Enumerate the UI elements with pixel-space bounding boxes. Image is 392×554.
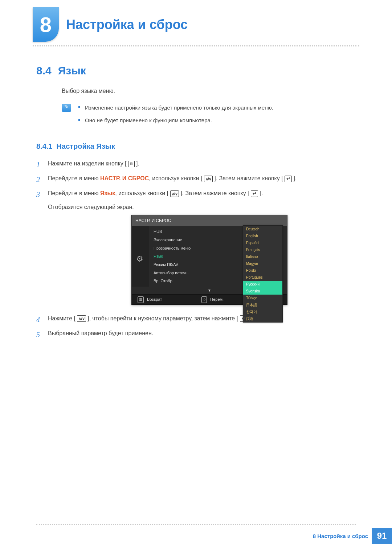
osd-language-option: Português (243, 274, 282, 281)
section-title: Язык (58, 65, 86, 77)
note-item: Оно не будет применено к функциям компью… (78, 116, 273, 124)
step-2: Перейдите в меню НАСТР. И СБРОС, использ… (36, 173, 356, 183)
gear-icon: ⚙ (136, 252, 145, 261)
footer-chapter-text: 8 Настройка и сброс (313, 533, 368, 539)
osd-language-option: Polski (243, 267, 282, 274)
section-intro: Выбор языка меню. (62, 88, 356, 94)
updown-icon: ∧/∨ (170, 190, 179, 197)
enter-icon (240, 315, 247, 322)
osd-language-dropdown: DeutschEnglishEspañolFrançaisItalianoMag… (243, 225, 283, 323)
osd-screenshot: НАСТР. И СБРОС ⚙ HUB:Экосохранение:Прозр… (131, 215, 287, 305)
step-1: Нажмите на изделии кнопку [ ▥ ]. (36, 159, 356, 168)
section-heading: 8.4 Язык (36, 65, 356, 77)
updown-icon: ∧/∨ (77, 315, 86, 322)
note-block: Изменение настройки языка будет применен… (62, 104, 356, 129)
subsection-title: Настройка Язык (57, 142, 115, 150)
move-icon: ◇ (201, 296, 207, 303)
osd-language-option: Türkçe (243, 295, 282, 301)
menu-icon: ▥ (128, 161, 135, 167)
header-divider (33, 45, 359, 46)
menu-name-emph: НАСТР. И СБРОС (100, 175, 149, 181)
osd-sidebar: ⚙ (132, 226, 149, 287)
osd-language-option: English (243, 233, 282, 239)
footer-divider (36, 524, 356, 525)
chapter-title: Настройка и сброс (66, 17, 188, 32)
osd-language-option: 日本語 (243, 301, 282, 308)
note-icon (62, 104, 71, 112)
enter-icon (251, 190, 258, 197)
osd-language-option: Русский (243, 281, 282, 288)
osd-title: НАСТР. И СБРОС (132, 215, 287, 226)
menu-icon: ▥ (138, 296, 144, 303)
subsection-heading: 8.4.1 Настройка Язык (36, 142, 356, 151)
subsection-number: 8.4.1 (36, 142, 52, 150)
osd-menu: HUB:Экосохранение:Прозрачность меню:Язык… (149, 226, 287, 287)
page-footer: 8 Настройка и сброс 91 (313, 528, 392, 544)
step-5: Выбранный параметр будет применен. (36, 328, 356, 338)
section-number: 8.4 (36, 65, 52, 77)
step-4: Нажмите [ ∧/∨ ], чтобы перейти к нужному… (36, 313, 356, 323)
osd-language-option: Svenska (243, 288, 282, 295)
steps-list: Нажмите на изделии кнопку [ ▥ ]. Перейди… (36, 159, 356, 338)
osd-language-option: Español (243, 239, 282, 246)
note-item: Изменение настройки языка будет применен… (78, 104, 273, 111)
chapter-header: 8 Настройка и сброс (0, 0, 392, 42)
chapter-number-badge: 8 (33, 7, 59, 42)
osd-language-option: Français (243, 246, 282, 253)
osd-language-option: Deutsch (243, 226, 282, 233)
page-number: 91 (372, 528, 392, 544)
updown-icon: ∧/∨ (204, 176, 213, 182)
enter-icon (285, 176, 292, 182)
osd-language-option: Magyar (243, 260, 282, 267)
step-3: Перейдите в меню Язык, используя кнопки … (36, 188, 356, 304)
osd-language-option: Italiano (243, 253, 282, 260)
menu-name-emph: Язык (100, 190, 115, 196)
